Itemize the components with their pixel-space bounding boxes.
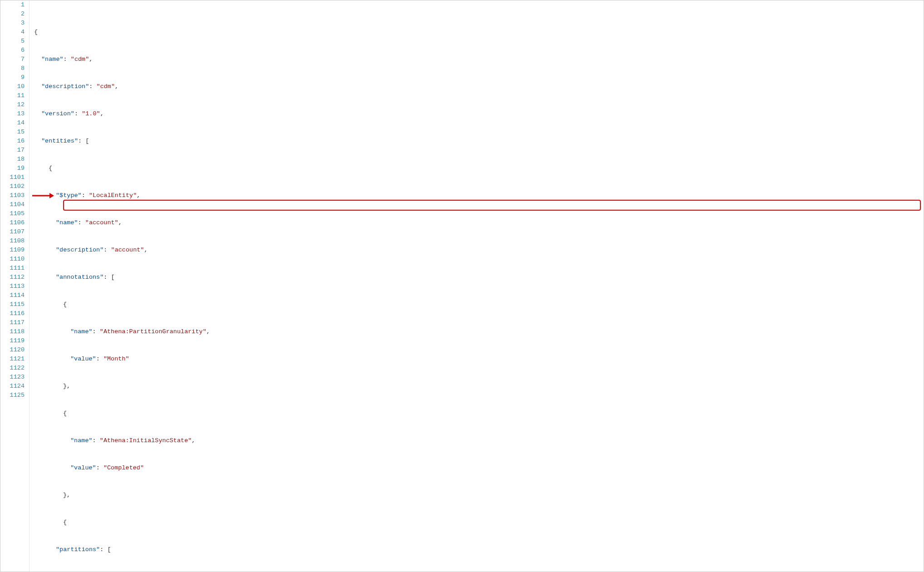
json-key: "name" (70, 328, 93, 335)
line-number: 1124 (0, 382, 25, 391)
code-line[interactable]: { (34, 300, 924, 309)
json-key: "annotations" (56, 274, 103, 281)
line-number: 8 (0, 64, 25, 73)
colon-bracket: : [ (103, 274, 114, 281)
code-line[interactable]: "version": "1.0", (34, 109, 924, 118)
line-number: 1107 (0, 227, 25, 237)
line-number: 1105 (0, 209, 25, 218)
code-line[interactable]: "name": "Athena:PartitionGranularity", (34, 327, 924, 336)
line-number: 1103 (0, 191, 25, 200)
json-string: "cdm" (71, 56, 89, 63)
line-number: 6 (0, 46, 25, 55)
colon: : (82, 192, 89, 199)
comma: , (89, 56, 93, 63)
code-line[interactable]: "name": "cdm", (34, 55, 924, 64)
comma: , (100, 110, 104, 117)
json-key: "name" (41, 56, 64, 63)
brace-close: }, (63, 383, 70, 390)
line-number: 1115 (0, 300, 25, 309)
code-line[interactable]: "annotations": [ (34, 273, 924, 282)
line-number: 1122 (0, 364, 25, 373)
colon: : (89, 83, 96, 90)
line-number: 1109 (0, 246, 25, 255)
code-line[interactable]: { (34, 28, 924, 37)
line-number: 4 (0, 28, 25, 37)
json-string: "cdm" (97, 83, 115, 90)
line-number: 1108 (0, 237, 25, 246)
colon-bracket: : [ (78, 138, 89, 144)
code-content[interactable]: { "name": "cdm", "description": "cdm", "… (29, 0, 924, 572)
json-key: "$type" (56, 192, 82, 199)
code-line[interactable]: "name": "account", (34, 218, 924, 227)
json-key: "entities" (41, 138, 78, 144)
line-number: 1119 (0, 336, 25, 345)
line-number: 12 (0, 100, 25, 109)
colon: : (93, 437, 100, 444)
colon: : (96, 464, 103, 471)
brace-open: { (34, 29, 38, 35)
code-line[interactable]: "name": "Athena:InitialSyncState", (34, 436, 924, 445)
code-line[interactable]: "entities": [ (34, 137, 924, 146)
line-number: 2 (0, 10, 25, 19)
code-line[interactable]: "value": "Month" (34, 355, 924, 364)
colon: : (103, 247, 111, 253)
json-key: "partitions" (56, 546, 100, 553)
line-number: 1111 (0, 264, 25, 273)
json-key: "value" (70, 464, 96, 471)
colon: : (96, 355, 103, 362)
code-line[interactable]: { (34, 518, 924, 527)
json-key: "name" (56, 219, 78, 226)
comma: , (192, 437, 195, 444)
line-number: 1125 (0, 391, 25, 400)
line-number: 7 (0, 55, 25, 64)
code-line[interactable]: { (34, 409, 924, 418)
line-number: 1120 (0, 345, 25, 355)
line-number: 15 (0, 128, 25, 137)
colon: : (78, 219, 85, 226)
line-number: 1118 (0, 327, 25, 336)
brace-open: { (63, 410, 67, 417)
line-number: 17 (0, 146, 25, 155)
brace-open: { (49, 165, 52, 172)
line-number: 14 (0, 118, 25, 128)
line-number: 1112 (0, 273, 25, 282)
line-number: 13 (0, 109, 25, 118)
json-string: "Athena:InitialSyncState" (100, 437, 192, 444)
code-line[interactable]: "description": "cdm", (34, 82, 924, 91)
code-line[interactable]: }, (34, 491, 924, 500)
line-number: 1116 (0, 309, 25, 318)
highlight-box-annotation (63, 200, 921, 211)
line-number: 10 (0, 82, 25, 91)
line-number: 1 (0, 0, 25, 10)
brace-close: }, (63, 492, 70, 498)
json-string: "LocalEntity" (89, 192, 137, 199)
json-string: "account" (111, 247, 144, 253)
comma: , (144, 247, 147, 253)
comma: , (137, 192, 140, 199)
json-string: "1.0" (82, 110, 100, 117)
json-key: "version" (41, 110, 74, 117)
line-number: 1110 (0, 255, 25, 264)
json-key: "name" (70, 437, 93, 444)
line-number: 5 (0, 37, 25, 46)
line-number: 1113 (0, 282, 25, 291)
line-number: 1104 (0, 200, 25, 209)
code-line[interactable]: { (34, 164, 924, 173)
line-number: 1114 (0, 291, 25, 300)
json-key: "description" (41, 83, 89, 90)
code-line[interactable]: "description": "account", (34, 246, 924, 255)
line-number: 18 (0, 155, 25, 164)
brace-open: { (63, 519, 67, 526)
code-line[interactable]: "$type": "LocalEntity", (34, 191, 924, 200)
line-number: 11 (0, 91, 25, 100)
code-editor[interactable]: 1 2 3 4 5 6 7 8 9 10 11 12 13 14 15 16 1… (0, 0, 924, 572)
line-number: 19 (0, 164, 25, 173)
comma: , (115, 83, 118, 90)
colon: : (93, 328, 100, 335)
code-line[interactable]: }, (34, 382, 924, 391)
code-line[interactable]: "value": "Completed" (34, 464, 924, 473)
line-number: 9 (0, 73, 25, 82)
comma: , (206, 328, 210, 335)
code-line-partitions[interactable]: "partitions": [ (34, 545, 924, 554)
json-key: "description" (56, 247, 103, 253)
